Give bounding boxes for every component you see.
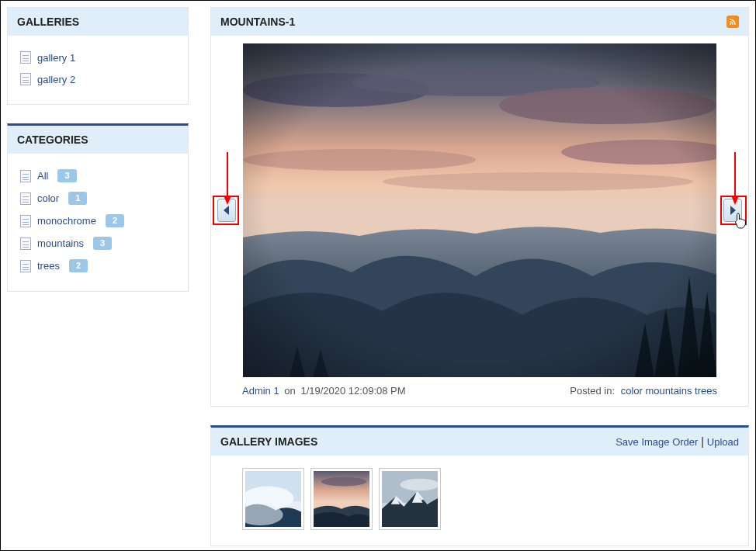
gallery-link[interactable]: gallery 1 — [37, 52, 75, 64]
page-icon — [20, 215, 31, 227]
categories-list: All 3 color 1 monochrome 2 — [19, 165, 177, 277]
svg-point-0 — [730, 23, 731, 25]
image-panel-header: MOUNTAINS-1 — [211, 8, 748, 36]
image-meta-row: Admin 1 on 1/19/2020 12:09:08 PM Posted … — [211, 377, 748, 401]
thumbnail[interactable] — [310, 468, 373, 530]
save-image-order-link[interactable]: Save Image Order — [616, 436, 698, 448]
category-count-badge: 1 — [68, 192, 87, 205]
gallery-images-actions: Save Image Order | Upload — [616, 435, 739, 448]
divider: | — [701, 435, 707, 448]
categories-title: CATEGORIES — [17, 133, 88, 146]
gallery-images-title: GALLERY IMAGES — [220, 435, 317, 448]
chevron-right-icon — [729, 206, 737, 215]
upload-link[interactable]: Upload — [707, 436, 739, 448]
image-timestamp: 1/19/2020 12:09:08 PM — [300, 385, 405, 397]
meta-on: on — [284, 385, 295, 397]
galleries-panel: GALLERIES gallery 1 gallery 2 — [7, 7, 189, 105]
category-count-badge: 2 — [69, 259, 88, 272]
posted-in-tags[interactable]: color mountains trees — [621, 385, 717, 397]
categories-header: CATEGORIES — [8, 126, 188, 154]
categories-panel: CATEGORIES All 3 color 1 — [7, 123, 189, 292]
hero-image[interactable] — [243, 43, 716, 377]
svg-marker-21 — [730, 206, 736, 215]
image-title: MOUNTAINS-1 — [220, 16, 295, 28]
svg-rect-28 — [314, 471, 369, 509]
gallery-item[interactable]: gallery 1 — [19, 47, 177, 68]
prev-image-button[interactable] — [217, 199, 236, 222]
hero-wrap — [211, 43, 748, 377]
category-link[interactable]: All — [37, 170, 48, 182]
category-count-badge: 3 — [93, 237, 112, 250]
rss-icon[interactable] — [727, 16, 739, 28]
galleries-header: GALLERIES — [8, 8, 188, 36]
gallery-item[interactable]: gallery 2 — [19, 68, 177, 90]
svg-marker-1 — [224, 206, 229, 215]
image-meta-left: Admin 1 on 1/19/2020 12:09:08 PM — [242, 385, 406, 397]
category-count-badge: 3 — [57, 169, 76, 182]
posted-in-label: Posted in: — [570, 385, 615, 397]
page-icon — [20, 51, 31, 64]
svg-point-29 — [321, 477, 366, 487]
category-count-badge: 2 — [106, 214, 124, 227]
category-item[interactable]: color 1 — [19, 187, 177, 210]
svg-rect-20 — [243, 43, 716, 377]
thumbnail-row — [222, 466, 737, 538]
gallery-images-header: GALLERY IMAGES Save Image Order | Upload — [211, 428, 748, 456]
category-item[interactable]: monochrome 2 — [19, 210, 177, 232]
category-link[interactable]: trees — [37, 260, 60, 272]
category-link[interactable]: monochrome — [37, 215, 96, 227]
category-item[interactable]: trees 2 — [19, 255, 177, 277]
page-icon — [20, 192, 31, 205]
author-link[interactable]: Admin 1 — [242, 385, 279, 397]
category-link[interactable]: mountains — [37, 237, 84, 249]
image-meta-right: Posted in: color mountains trees — [570, 385, 717, 397]
gallery-link[interactable]: gallery 2 — [37, 74, 75, 85]
category-item[interactable]: mountains 3 — [19, 232, 177, 255]
category-item[interactable]: All 3 — [19, 165, 177, 187]
page-icon — [20, 170, 31, 182]
page-icon — [20, 237, 31, 250]
image-panel: MOUNTAINS-1 — [210, 7, 749, 407]
category-link[interactable]: color — [37, 192, 59, 204]
page-icon — [20, 73, 31, 85]
thumbnail[interactable] — [242, 468, 304, 530]
svg-point-32 — [400, 479, 438, 491]
next-image-button[interactable] — [723, 199, 742, 222]
galleries-title: GALLERIES — [17, 16, 79, 28]
galleries-list: gallery 1 gallery 2 — [19, 47, 177, 90]
page-icon — [20, 260, 31, 272]
thumbnail[interactable] — [379, 468, 441, 530]
chevron-left-icon — [223, 206, 231, 215]
gallery-images-panel: GALLERY IMAGES Save Image Order | Upload — [210, 425, 749, 546]
